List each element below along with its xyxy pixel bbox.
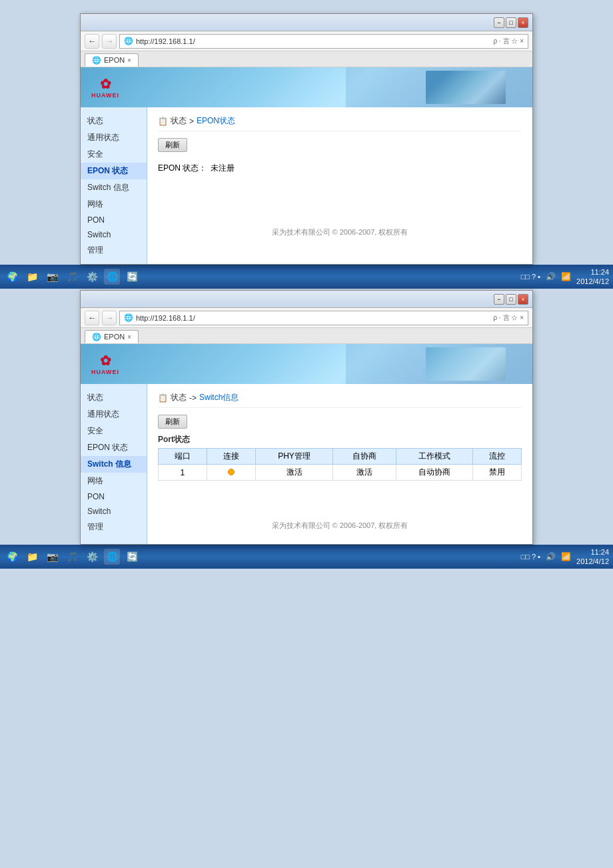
sidebar-item-status-1[interactable]: 状态	[81, 113, 147, 129]
taskbar-icon-files[interactable]: 📁	[24, 269, 40, 285]
sidebar-item-network-2[interactable]: 网络	[81, 473, 147, 489]
sidebar-item-network-1[interactable]: 网络	[81, 196, 147, 213]
min-button-1[interactable]: −	[494, 17, 504, 28]
taskbar-icon-browser-2[interactable]: 🌐	[104, 549, 120, 565]
content-area-2: 📋 状态 -> Switch信息 刷新 Port状态 端口	[147, 384, 532, 544]
max-button-2[interactable]: □	[506, 294, 516, 305]
address-text-1: http://192.168.1.1/	[136, 37, 491, 45]
clock-date-1: 2012/4/12	[576, 277, 609, 286]
refresh-button-2[interactable]: 刷新	[158, 415, 187, 429]
sidebar-item-security-1[interactable]: 安全	[81, 146, 147, 163]
titlebar-2: − □ ×	[81, 291, 532, 308]
sidebar-item-switch-info-1[interactable]: Switch 信息	[81, 179, 147, 196]
huawei-text-2: HUAWEI	[91, 369, 119, 375]
breadcrumb-path-2: 状态	[171, 392, 187, 403]
sidebar-item-general-2[interactable]: 通用状态	[81, 406, 147, 423]
th-auto: 自协商	[333, 449, 396, 465]
breadcrumb-path-1: 状态	[171, 115, 187, 127]
tab-bar-2: 🌐 EPON ×	[81, 328, 532, 344]
forward-button-2[interactable]: →	[102, 311, 117, 325]
taskbar-icon-browser[interactable]: 🌐	[104, 269, 120, 285]
port-status-label-2: Port状态	[158, 434, 522, 445]
tray-speaker-2[interactable]: 🔊	[546, 552, 556, 561]
port-table-2: 端口 连接 PHY管理 自协商 工作模式 流控 1	[158, 448, 522, 481]
huawei-symbol-1: ✿	[100, 76, 111, 92]
sidebar-item-pon-2[interactable]: PON	[81, 489, 147, 504]
taskbar-tray-2: □□ ? ▪ 🔊 📶 11:24 2012/4/12	[521, 547, 609, 567]
close-button-2[interactable]: ×	[518, 294, 528, 305]
connect-status-dot	[228, 469, 235, 475]
epon-status-row-1: EPON 状态： 未注册	[158, 163, 522, 174]
sidebar-item-epon-1[interactable]: EPON 状态	[81, 163, 147, 179]
sidebar-item-switch-2[interactable]: Switch	[81, 504, 147, 519]
taskbar-2: 🌍 📁 📷 🎵 ⚙️ 🌐 🔄 □□ ? ▪ 🔊 📶 11:24 2012/4/1…	[0, 545, 613, 569]
sidebar-item-general-1[interactable]: 通用状态	[81, 129, 147, 146]
sidebar-item-status-2[interactable]: 状态	[81, 389, 147, 406]
tab-epon-1[interactable]: 🌐 EPON ×	[85, 53, 139, 67]
tab-epon-2[interactable]: 🌐 EPON ×	[85, 330, 139, 343]
clock-date-2: 2012/4/12	[576, 557, 609, 566]
browser-window-1: − □ × ← → 🌐 http://192.168.1.1/ ρ · 言 ☆ …	[80, 13, 533, 265]
taskbar-icon-music-2[interactable]: 🎵	[64, 549, 80, 565]
taskbar-icon-refresh[interactable]: 🔄	[124, 269, 140, 285]
address-bar-2[interactable]: 🌐 http://192.168.1.1/ ρ · 言 ☆ ×	[119, 311, 528, 325]
breadcrumb-sep-2: ->	[189, 393, 197, 403]
breadcrumb-icon-2: 📋	[158, 393, 168, 403]
back-button-1[interactable]: ←	[85, 34, 99, 49]
address-icon-2: 🌐	[124, 313, 133, 322]
taskbar-icon-settings[interactable]: ⚙️	[84, 269, 100, 285]
td-auto-1: 激活	[333, 465, 396, 481]
taskbar-icon-files-2[interactable]: 📁	[24, 549, 40, 565]
back-button-2[interactable]: ←	[85, 311, 99, 325]
refresh-button-1[interactable]: 刷新	[158, 138, 187, 152]
tab-close-1[interactable]: ×	[127, 57, 131, 64]
sidebar-item-epon-2[interactable]: EPON 状态	[81, 439, 147, 456]
system-clock-2: 11:24 2012/4/12	[576, 547, 609, 567]
tab-close-2[interactable]: ×	[127, 333, 131, 341]
close-button-1[interactable]: ×	[518, 17, 528, 28]
address-text-2: http://192.168.1.1/	[136, 314, 491, 322]
browser-toolbar-1: ← → 🌐 http://192.168.1.1/ ρ · 言 ☆ ×	[81, 31, 532, 51]
header-banner-1: ✿ HUAWEI	[81, 67, 532, 107]
taskbar-icon-globe[interactable]: 🌍	[4, 269, 20, 285]
taskbar-icon-refresh-2[interactable]: 🔄	[124, 549, 140, 565]
sidebar-item-pon-1[interactable]: PON	[81, 213, 147, 227]
huawei-symbol-2: ✿	[100, 353, 111, 369]
footer-2: 采为技术有限公司 © 2006-2007, 权权所有	[158, 507, 522, 536]
th-phy: PHY管理	[255, 449, 333, 465]
taskbar-icon-photo-2[interactable]: 📷	[44, 549, 60, 565]
max-button-1[interactable]: □	[506, 17, 516, 28]
sidebar-item-manage-2[interactable]: 管理	[81, 519, 147, 535]
forward-button-1[interactable]: →	[102, 34, 117, 49]
sidebar-2: 状态 通用状态 安全 EPON 状态 Switch 信息 网络 PON Swit…	[81, 384, 147, 544]
header-banner-2: ✿ HUAWEI	[81, 344, 532, 384]
taskbar-icon-globe-2[interactable]: 🌍	[4, 549, 20, 565]
taskbar-icon-music[interactable]: 🎵	[64, 269, 80, 285]
banner-photo-1	[426, 71, 506, 104]
clock-time-2: 11:24	[576, 547, 609, 557]
address-actions-2: ρ · 言 ☆ ×	[494, 313, 524, 323]
td-mode-1: 自动协商	[396, 465, 473, 481]
min-button-2[interactable]: −	[494, 294, 504, 305]
taskbar-icons-2: 🌍 📁 📷 🎵 ⚙️ 🌐 🔄	[4, 549, 140, 565]
sidebar-item-switch-1[interactable]: Switch	[81, 227, 147, 242]
system-clock-1: 11:24 2012/4/12	[576, 267, 609, 287]
taskbar-icon-photo[interactable]: 📷	[44, 269, 60, 285]
breadcrumb-current-1: EPON状态	[197, 115, 235, 127]
titlebar-1: − □ ×	[81, 14, 532, 31]
tray-speaker[interactable]: 🔊	[546, 272, 556, 281]
breadcrumb-1: 📋 状态 > EPON状态	[158, 115, 522, 131]
sidebar-item-switch-info-2[interactable]: Switch 信息	[81, 456, 147, 473]
tray-network[interactable]: 📶	[561, 272, 571, 281]
tray-system-icons-2: □□ ? ▪	[521, 553, 540, 561]
address-icon-1: 🌐	[124, 37, 133, 45]
epon-status-label-1: EPON 状态：	[158, 163, 207, 174]
td-phy-1: 激活	[255, 465, 333, 481]
address-bar-1[interactable]: 🌐 http://192.168.1.1/ ρ · 言 ☆ ×	[119, 34, 528, 49]
tray-network-2[interactable]: 📶	[561, 552, 571, 561]
taskbar-icon-settings-2[interactable]: ⚙️	[84, 549, 100, 565]
huawei-logo-1: ✿ HUAWEI	[91, 76, 119, 99]
sidebar-item-manage-1[interactable]: 管理	[81, 242, 147, 259]
th-flow: 流控	[473, 449, 522, 465]
sidebar-item-security-2[interactable]: 安全	[81, 423, 147, 439]
